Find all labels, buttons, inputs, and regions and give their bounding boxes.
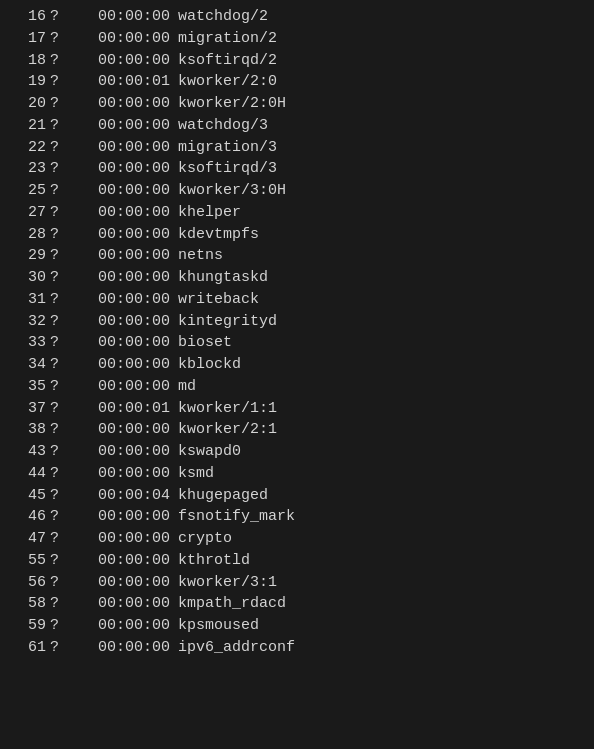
table-row: 17?00:00:00migration/2 — [8, 28, 586, 50]
process-name-cell: kworker/3:1 — [178, 572, 277, 594]
flag-cell: ? — [50, 71, 68, 93]
pid-cell: 32 — [8, 311, 50, 333]
process-name-cell: fsnotify_mark — [178, 506, 295, 528]
pid-cell: 55 — [8, 550, 50, 572]
process-name-cell: writeback — [178, 289, 259, 311]
pid-cell: 21 — [8, 115, 50, 137]
process-name-cell: migration/2 — [178, 28, 277, 50]
time-cell: 00:00:00 — [68, 289, 178, 311]
flag-cell: ? — [50, 593, 68, 615]
table-row: 35?00:00:00md — [8, 376, 586, 398]
flag-cell: ? — [50, 137, 68, 159]
time-cell: 00:00:00 — [68, 6, 178, 28]
time-cell: 00:00:00 — [68, 419, 178, 441]
table-row: 16?00:00:00watchdog/2 — [8, 6, 586, 28]
time-cell: 00:00:00 — [68, 593, 178, 615]
process-name-cell: kmpath_rdacd — [178, 593, 286, 615]
table-row: 38?00:00:00kworker/2:1 — [8, 419, 586, 441]
flag-cell: ? — [50, 485, 68, 507]
flag-cell: ? — [50, 354, 68, 376]
flag-cell: ? — [50, 6, 68, 28]
flag-cell: ? — [50, 93, 68, 115]
pid-cell: 37 — [8, 398, 50, 420]
pid-cell: 28 — [8, 224, 50, 246]
flag-cell: ? — [50, 224, 68, 246]
pid-cell: 20 — [8, 93, 50, 115]
flag-cell: ? — [50, 550, 68, 572]
time-cell: 00:00:00 — [68, 463, 178, 485]
table-row: 28?00:00:00kdevtmpfs — [8, 224, 586, 246]
flag-cell: ? — [50, 463, 68, 485]
time-cell: 00:00:00 — [68, 28, 178, 50]
process-name-cell: kworker/3:0H — [178, 180, 286, 202]
process-name-cell: migration/3 — [178, 137, 277, 159]
table-row: 32?00:00:00kintegrityd — [8, 311, 586, 333]
flag-cell: ? — [50, 28, 68, 50]
flag-cell: ? — [50, 289, 68, 311]
process-name-cell: kswapd0 — [178, 441, 241, 463]
table-row: 31?00:00:00writeback — [8, 289, 586, 311]
table-row: 34?00:00:00kblockd — [8, 354, 586, 376]
pid-cell: 25 — [8, 180, 50, 202]
process-name-cell: ksoftirqd/2 — [178, 50, 277, 72]
time-cell: 00:00:00 — [68, 202, 178, 224]
table-row: 44?00:00:00ksmd — [8, 463, 586, 485]
time-cell: 00:00:00 — [68, 158, 178, 180]
flag-cell: ? — [50, 528, 68, 550]
flag-cell: ? — [50, 332, 68, 354]
process-name-cell: md — [178, 376, 196, 398]
process-name-cell: khugepaged — [178, 485, 268, 507]
time-cell: 00:00:00 — [68, 311, 178, 333]
time-cell: 00:00:00 — [68, 550, 178, 572]
time-cell: 00:00:00 — [68, 354, 178, 376]
process-name-cell: kdevtmpfs — [178, 224, 259, 246]
time-cell: 00:00:00 — [68, 93, 178, 115]
pid-cell: 58 — [8, 593, 50, 615]
pid-cell: 35 — [8, 376, 50, 398]
process-name-cell: kworker/2:1 — [178, 419, 277, 441]
pid-cell: 19 — [8, 71, 50, 93]
process-name-cell: kpsmoused — [178, 615, 259, 637]
table-row: 43?00:00:00kswapd0 — [8, 441, 586, 463]
pid-cell: 31 — [8, 289, 50, 311]
time-cell: 00:00:00 — [68, 376, 178, 398]
pid-cell: 61 — [8, 637, 50, 659]
pid-cell: 22 — [8, 137, 50, 159]
pid-cell: 33 — [8, 332, 50, 354]
process-name-cell: ksoftirqd/3 — [178, 158, 277, 180]
table-row: 45?00:00:04khugepaged — [8, 485, 586, 507]
pid-cell: 46 — [8, 506, 50, 528]
flag-cell: ? — [50, 637, 68, 659]
pid-cell: 43 — [8, 441, 50, 463]
flag-cell: ? — [50, 115, 68, 137]
time-cell: 00:00:00 — [68, 615, 178, 637]
table-row: 37?00:00:01kworker/1:1 — [8, 398, 586, 420]
process-name-cell: kthrotld — [178, 550, 250, 572]
time-cell: 00:00:00 — [68, 137, 178, 159]
pid-cell: 45 — [8, 485, 50, 507]
pid-cell: 23 — [8, 158, 50, 180]
flag-cell: ? — [50, 245, 68, 267]
table-row: 30?00:00:00khungtaskd — [8, 267, 586, 289]
time-cell: 00:00:00 — [68, 245, 178, 267]
process-name-cell: khungtaskd — [178, 267, 268, 289]
table-row: 18?00:00:00ksoftirqd/2 — [8, 50, 586, 72]
process-name-cell: crypto — [178, 528, 232, 550]
table-row: 46?00:00:00fsnotify_mark — [8, 506, 586, 528]
time-cell: 00:00:04 — [68, 485, 178, 507]
time-cell: 00:00:00 — [68, 224, 178, 246]
flag-cell: ? — [50, 506, 68, 528]
pid-cell: 59 — [8, 615, 50, 637]
table-row: 27?00:00:00khelper — [8, 202, 586, 224]
process-name-cell: watchdog/3 — [178, 115, 268, 137]
process-table: 16?00:00:00watchdog/217?00:00:00migratio… — [8, 6, 586, 659]
table-row: 47?00:00:00crypto — [8, 528, 586, 550]
table-row: 20?00:00:00kworker/2:0H — [8, 93, 586, 115]
table-row: 19?00:00:01kworker/2:0 — [8, 71, 586, 93]
time-cell: 00:00:00 — [68, 637, 178, 659]
table-row: 21?00:00:00watchdog/3 — [8, 115, 586, 137]
process-name-cell: kblockd — [178, 354, 241, 376]
pid-cell: 38 — [8, 419, 50, 441]
table-row: 22?00:00:00migration/3 — [8, 137, 586, 159]
time-cell: 00:00:00 — [68, 267, 178, 289]
